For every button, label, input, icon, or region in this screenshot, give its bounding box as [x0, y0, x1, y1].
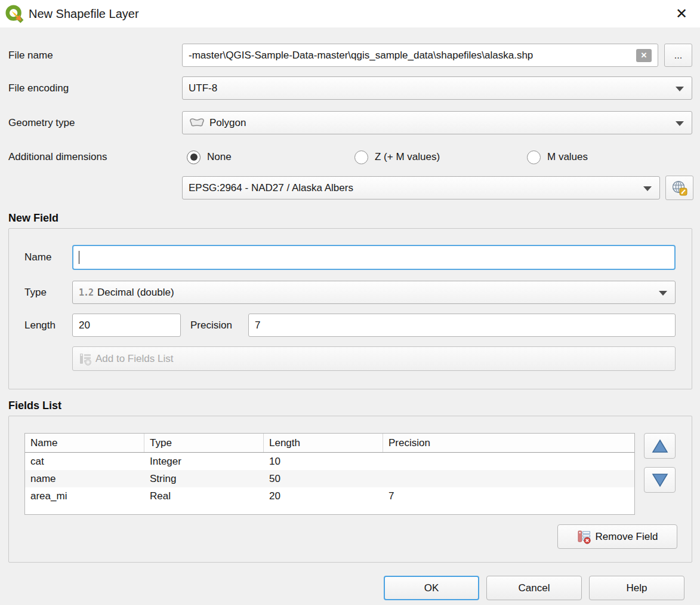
select-crs-button[interactable] [665, 176, 693, 200]
geometry-type-select[interactable]: Polygon [182, 111, 692, 134]
file-encoding-row: File encoding UTF-8 [8, 76, 692, 100]
additional-dimensions-row: Additional dimensions None Z (+ M values… [8, 148, 692, 166]
geometry-type-label: Geometry type [8, 117, 182, 129]
chevron-down-icon [676, 87, 684, 91]
precision-input-text[interactable] [255, 320, 669, 331]
column-header-type[interactable]: Type [144, 434, 264, 452]
clear-filename-icon[interactable]: ✕ [636, 49, 652, 62]
cell-length: 20 [264, 487, 383, 505]
crs-row: EPSG:2964 - NAD27 / Alaska Albers [8, 176, 692, 200]
remove-field-label: Remove Field [596, 531, 658, 543]
move-field-down-button[interactable] [644, 467, 676, 493]
cancel-button[interactable]: Cancel [486, 576, 582, 600]
window-title: New Shapefile Layer [29, 7, 139, 21]
qgis-logo-icon [5, 5, 24, 23]
radio-none-circle[interactable] [187, 151, 201, 164]
fields-table-header: Name Type Length Precision [25, 434, 634, 453]
cell-name: name [25, 470, 144, 487]
file-name-row: File name ✕ ... [8, 44, 692, 67]
new-field-name-row: Name [24, 245, 676, 270]
cell-type: Real [144, 487, 264, 505]
file-name-label: File name [8, 50, 182, 62]
new-field-group: Name Type 1.2 Decimal (double) Length [8, 228, 692, 389]
cell-precision: 7 [383, 487, 634, 505]
move-field-up-button[interactable] [644, 433, 676, 459]
help-button[interactable]: Help [589, 576, 684, 600]
name-input-text[interactable] [79, 251, 669, 263]
table-row[interactable]: cat Integer 10 [25, 453, 634, 470]
add-to-fields-list-button[interactable]: Add to Fields List [72, 346, 676, 371]
table-row[interactable]: area_mi Real 20 7 [25, 487, 634, 505]
polygon-icon [189, 117, 205, 128]
remove-field-button[interactable]: Remove Field [557, 524, 677, 549]
column-header-name[interactable]: Name [25, 434, 144, 452]
cell-precision [383, 453, 634, 470]
title-bar: New Shapefile Layer ✕ [0, 0, 700, 27]
fields-table[interactable]: Name Type Length Precision cat Integer 1… [24, 433, 635, 515]
cell-length: 50 [264, 470, 383, 487]
file-name-input[interactable]: ✕ [182, 44, 658, 67]
radio-none[interactable]: None [182, 151, 354, 164]
new-field-length-row: Length Precision [24, 314, 676, 337]
radio-z-m-values[interactable]: Z (+ M values) [354, 151, 527, 164]
cell-name: cat [25, 453, 144, 470]
cell-precision [383, 470, 634, 487]
radio-z-label: Z (+ M values) [375, 151, 440, 163]
radio-z-circle[interactable] [354, 151, 368, 164]
arrow-down-icon [651, 472, 669, 488]
name-input[interactable] [72, 245, 676, 270]
crs-select[interactable]: EPSG:2964 - NAD27 / Alaska Albers [182, 176, 660, 199]
type-label: Type [24, 287, 72, 299]
file-name-input-text[interactable] [189, 50, 633, 62]
file-encoding-label: File encoding [8, 82, 182, 94]
add-to-fields-list-label: Add to Fields List [95, 353, 173, 365]
additional-dimensions-label: Additional dimensions [8, 151, 182, 163]
radio-none-label: None [207, 151, 232, 163]
cell-type: String [144, 470, 264, 487]
globe-crs-icon [671, 179, 689, 197]
length-input-text[interactable] [79, 320, 174, 331]
radio-m-values[interactable]: M values [527, 151, 699, 164]
geometry-type-value: Polygon [209, 117, 246, 129]
field-type-select[interactable]: 1.2 Decimal (double) [72, 281, 676, 304]
new-field-title: New Field [8, 212, 692, 225]
cell-name: area_mi [25, 487, 144, 505]
add-field-icon [79, 352, 92, 366]
radio-m-label: M values [547, 151, 588, 163]
table-row[interactable]: name String 50 [25, 470, 634, 487]
geometry-type-row: Geometry type Polygon [8, 111, 692, 134]
precision-label: Precision [190, 320, 248, 331]
remove-field-icon [577, 530, 591, 544]
precision-input[interactable] [248, 314, 676, 337]
length-label: Length [24, 320, 72, 331]
dialog-body: File name ✕ ... File encoding UTF-8 Geom… [0, 27, 700, 600]
browse-button[interactable]: ... [664, 44, 692, 67]
crs-value: EPSG:2964 - NAD27 / Alaska Albers [189, 182, 353, 194]
add-to-fields-row: Add to Fields List [24, 346, 676, 371]
arrow-up-icon [651, 438, 669, 454]
column-header-precision[interactable]: Precision [383, 434, 634, 452]
cell-type: Integer [144, 453, 264, 470]
column-header-length[interactable]: Length [264, 434, 383, 452]
chevron-down-icon [676, 121, 684, 126]
new-field-type-row: Type 1.2 Decimal (double) [24, 281, 676, 304]
file-encoding-value: UTF-8 [189, 82, 217, 94]
chevron-down-icon [659, 291, 667, 296]
dialog-footer: OK Cancel Help [8, 576, 692, 600]
radio-m-circle[interactable] [527, 151, 541, 164]
field-type-value: Decimal (double) [97, 287, 174, 299]
length-input[interactable] [72, 314, 181, 337]
fields-list-title: Fields List [8, 400, 692, 412]
close-icon[interactable]: ✕ [671, 4, 692, 24]
cell-length: 10 [264, 453, 383, 470]
file-encoding-select[interactable]: UTF-8 [182, 76, 692, 100]
ok-button[interactable]: OK [384, 576, 479, 600]
chevron-down-icon [643, 186, 652, 191]
decimal-type-icon: 1.2 [79, 287, 93, 298]
name-label: Name [24, 251, 72, 263]
fields-list-group: Name Type Length Precision cat Integer 1… [8, 416, 692, 563]
new-shapefile-layer-dialog: New Shapefile Layer ✕ File name ✕ ... Fi… [0, 0, 700, 605]
